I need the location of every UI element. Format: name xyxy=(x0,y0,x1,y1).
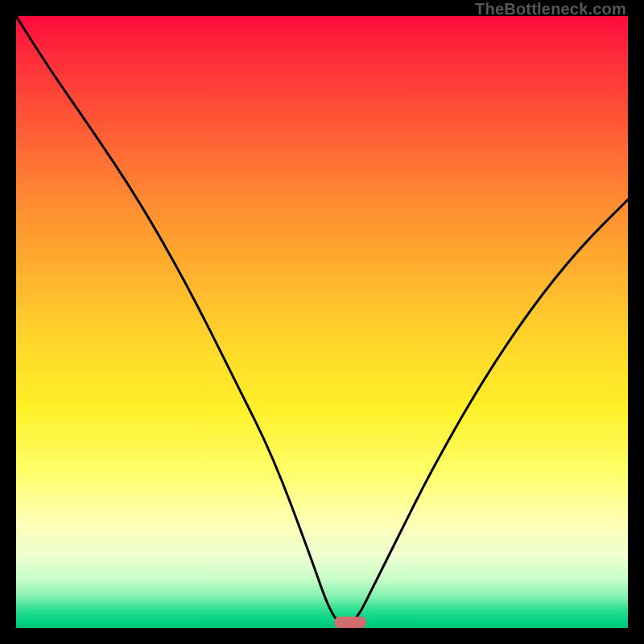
optimal-marker xyxy=(334,617,366,628)
bottleneck-curve xyxy=(16,16,628,625)
curve-svg xyxy=(16,16,628,628)
plot-area xyxy=(16,16,628,628)
chart-frame: TheBottleneck.com xyxy=(0,0,644,644)
watermark-text: TheBottleneck.com xyxy=(475,0,626,19)
